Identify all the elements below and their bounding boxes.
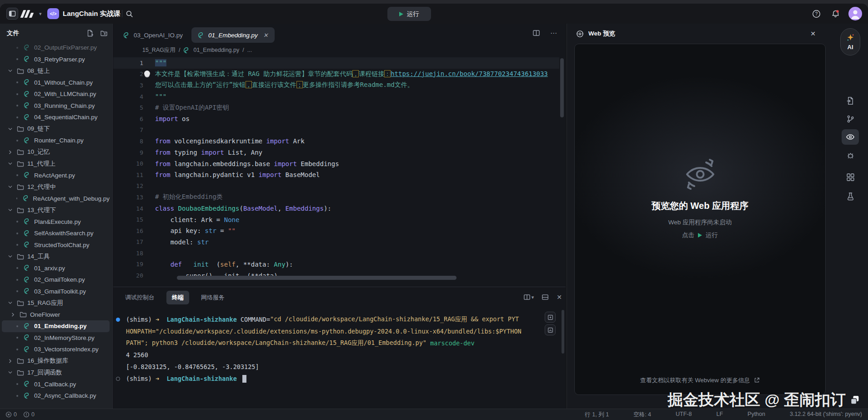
errors-status[interactable]: 0	[5, 411, 17, 418]
code-line-10[interactable]: 10from langchain.embeddings.base import …	[113, 158, 559, 169]
extensions-icon[interactable]	[842, 169, 859, 185]
code-line-2[interactable]: 2本文件是【检索增强生成：通过 RAG 助力鲜花运营】章节的配套代码，课程链接：…	[113, 69, 559, 80]
code-line-7[interactable]: 7	[113, 125, 559, 136]
code-line-13[interactable]: 13# 初始化Embedding类	[113, 192, 559, 203]
project-chevron-down-icon[interactable]: ▾	[115, 4, 117, 24]
status-problems[interactable]: 0 0	[0, 411, 35, 418]
tree-folder-12_代理中[interactable]: 12_代理中	[2, 181, 110, 193]
code-line-15[interactable]: 15 client: Ark = None	[113, 214, 559, 225]
tree-folder-14_工具[interactable]: 14_工具	[2, 251, 110, 263]
tree-file-03_GmailToolkit.py[interactable]: 03_GmailToolkit.py	[2, 286, 110, 298]
terminal-secondary-button[interactable]	[545, 324, 556, 335]
code-line-19[interactable]: 19 def __init__(self, **data: Any):	[113, 259, 559, 270]
flask-icon[interactable]	[842, 188, 859, 204]
split-terminal-button[interactable]: ▾	[523, 293, 534, 301]
code-line-3[interactable]: 3您可以点击最上方的“运行”按钮，直接运行该文件；更多操作指引请参考Readme…	[113, 80, 559, 91]
marscode-logo[interactable]	[22, 4, 33, 24]
debug-icon[interactable]	[842, 147, 859, 163]
code-line-9[interactable]: 9from typing import List, Any	[113, 147, 559, 158]
tree-folder-11_代理上[interactable]: 11_代理上	[2, 158, 110, 170]
tree-file-01_Without_Chain.py[interactable]: 01_Without_Chain.py	[2, 77, 110, 89]
editor-tab-01_Embedding.py[interactable]: 01_Embedding.py✕	[191, 27, 275, 43]
code-line-18[interactable]: 18	[113, 248, 559, 259]
terminal-open-editor-button[interactable]	[545, 312, 556, 323]
cursor-position-status[interactable]: 行 1, 列 1	[585, 411, 609, 419]
warnings-status[interactable]: 0	[23, 411, 35, 418]
tree-file-03_RetryParser.py[interactable]: 03_RetryParser.py	[2, 54, 110, 66]
tree-folder-OneFlower[interactable]: OneFlower	[2, 309, 110, 321]
tree-folder-16_操作数据库[interactable]: 16_操作数据库	[2, 355, 110, 367]
tree-folder-08_链上[interactable]: 08_链上	[2, 65, 110, 77]
terminal-scrollbar[interactable]	[562, 310, 564, 354]
code-line-8[interactable]: 8from volcenginesdkarkruntime import Ark	[113, 136, 559, 147]
editor-horizontal-scrollbar[interactable]	[177, 276, 457, 280]
search-button[interactable]	[125, 4, 133, 24]
command-decoration-icon[interactable]	[116, 318, 120, 322]
hint-run-label[interactable]: 运行	[706, 231, 718, 239]
tree-file-02_OutputFixParser.py[interactable]: 02_OutputFixParser.py	[2, 42, 110, 54]
code-line-16[interactable]: 16 api_key: str = ""	[113, 225, 559, 237]
close-preview-button[interactable]: ✕	[810, 30, 816, 37]
code-line-4[interactable]: 4"""	[113, 91, 559, 102]
code-line-6[interactable]: 6import os	[113, 113, 559, 125]
file-export-icon[interactable]	[842, 93, 859, 108]
tree-folder-13_代理下[interactable]: 13_代理下	[2, 204, 110, 216]
tree-file-Rounter_Chain.py[interactable]: Rounter_Chain.py	[2, 135, 110, 147]
breadcrumb-more[interactable]: ...	[247, 47, 252, 53]
code-line-14[interactable]: 14class DoubaoEmbeddings(BaseModel, Embe…	[113, 203, 559, 214]
eol-status[interactable]: LF	[716, 411, 723, 419]
maximize-panel-button[interactable]	[542, 293, 549, 301]
tree-file-ReActAgent_with_Debug.py[interactable]: ReActAgent_with_Debug.py	[2, 193, 110, 205]
code-line-11[interactable]: 11from langchain.pydantic_v1 import Base…	[113, 169, 559, 181]
tree-file-02_Async_Callback.py[interactable]: 02_Async_Callback.py	[2, 390, 110, 402]
tree-file-SelfAskwithSearch.py[interactable]: SelfAskwithSearch.py	[2, 228, 110, 239]
code-line-17[interactable]: 17 model: str	[113, 237, 559, 248]
editor-vertical-scrollbar[interactable]	[560, 58, 564, 117]
terminal-tab-网络服务[interactable]: 网络服务	[196, 291, 230, 304]
language-status[interactable]: Python	[748, 411, 765, 419]
run-button[interactable]: 运行	[387, 7, 431, 21]
editor-tab-03_OpenAI_IO.py[interactable]: 03_OpenAI_IO.py	[117, 27, 189, 43]
new-file-button[interactable]	[86, 30, 94, 37]
new-folder-button[interactable]	[100, 30, 108, 37]
encoding-status[interactable]: UTF-8	[676, 411, 692, 419]
tree-file-02_With_LLMChain.py[interactable]: 02_With_LLMChain.py	[2, 88, 110, 100]
webview-docs-link[interactable]: 查看文档以获取有关 Webview 的更多信息	[575, 376, 825, 385]
git-branch-icon[interactable]	[842, 111, 859, 127]
close-panel-button[interactable]: ✕	[557, 293, 562, 301]
tree-file-03_VectorstoreIndex.py[interactable]: 03_VectorstoreIndex.py	[2, 344, 110, 355]
tree-file-Plan&Execute.py[interactable]: Plan&Execute.py	[2, 216, 110, 228]
project-title[interactable]: LangChain 实战课	[63, 4, 120, 24]
more-actions-button[interactable]: ⋯	[550, 29, 557, 37]
terminal-output[interactable]: (shims) ➜ LangChain-shizhanke COMMAND="c…	[113, 314, 566, 420]
web-preview-icon[interactable]	[842, 129, 859, 145]
tree-folder-15_RAG应用[interactable]: 15_RAG应用	[2, 297, 110, 309]
breadcrumb[interactable]: 15_RAG应用 / 01_Embedding.py / ...	[142, 45, 252, 56]
tree-file-ReActAgent.py[interactable]: ReActAgent.py	[2, 170, 110, 182]
code-line-5[interactable]: 5# 设置OpenAI的API密钥	[113, 102, 559, 113]
tree-file-02_InMemoryStore.py[interactable]: 02_InMemoryStore.py	[2, 332, 110, 344]
tree-file-01_arxiv.py[interactable]: 01_arxiv.py	[2, 263, 110, 274]
user-avatar[interactable]	[848, 7, 862, 20]
breadcrumb-folder[interactable]: 15_RAG应用	[142, 46, 176, 54]
terminal-tab-调试控制台[interactable]: 调试控制台	[120, 291, 160, 304]
tree-file-04_SequentialChain.py[interactable]: 04_SequentialChain.py	[2, 111, 110, 123]
tree-file-02_GmailToken.py[interactable]: 02_GmailToken.py	[2, 274, 110, 286]
ai-assistant-button[interactable]: AI	[840, 28, 860, 56]
sidebar-toggle-button[interactable]	[6, 8, 18, 20]
terminal-tab-终端[interactable]: 终端	[166, 291, 189, 304]
tree-folder-09_链下[interactable]: 09_链下	[2, 123, 110, 135]
tree-file-StructedToolChat.py[interactable]: StructedToolChat.py	[2, 239, 110, 251]
split-editor-button[interactable]	[532, 29, 540, 37]
tree-file-03_Running_Chain.py[interactable]: 03_Running_Chain.py	[2, 100, 110, 112]
interpreter-status[interactable]: 3.12.2 64-bit ('shims': pyenv)	[790, 411, 862, 419]
code-line-1[interactable]: 1"""	[113, 57, 559, 69]
breadcrumb-file[interactable]: 01_Embedding.py	[193, 47, 239, 53]
tree-folder-17_回调函数[interactable]: 17_回调函数	[2, 367, 110, 379]
code-line-12[interactable]: 12	[113, 181, 559, 192]
command-decoration-icon[interactable]	[116, 377, 120, 381]
close-tab-icon[interactable]: ✕	[263, 32, 268, 39]
tree-folder-10_记忆[interactable]: 10_记忆	[2, 147, 110, 158]
logo-chevron-down-icon[interactable]: ▾	[39, 4, 42, 24]
help-button[interactable]: ?	[812, 4, 821, 24]
